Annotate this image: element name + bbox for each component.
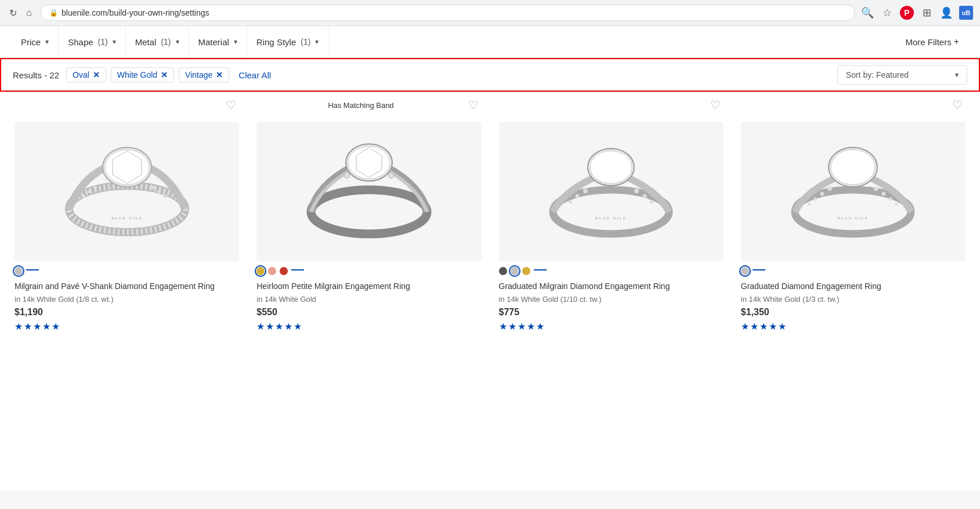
metal-filter-label: Metal <box>135 37 157 47</box>
color-swatches-1 <box>15 267 239 275</box>
clear-all-button[interactable]: Clear All <box>234 68 276 82</box>
svg-point-22 <box>576 194 580 198</box>
refresh-icon[interactable]: ↻ <box>7 7 19 19</box>
svg-point-38 <box>874 186 878 191</box>
swatch-3-yellow[interactable] <box>522 267 530 275</box>
swatch-2-red[interactable] <box>280 267 288 275</box>
star-1-5: ★ <box>52 321 60 332</box>
swatch-4-silver[interactable] <box>741 267 749 275</box>
browser-chrome: ↻ ⌂ 🔒 bluenile.com/build-your-own-ring/s… <box>0 0 980 26</box>
svg-point-36 <box>889 197 892 201</box>
home-icon[interactable]: ⌂ <box>23 7 35 19</box>
product-card-4: BLUE NILE Graduated Diamond Engagement R… <box>732 113 974 341</box>
svg-point-18 <box>348 146 390 179</box>
product-price-3: $775 <box>499 307 724 317</box>
material-filter[interactable]: Material ▾ <box>189 27 247 57</box>
wishlist-button-3[interactable]: ♡ <box>707 97 724 113</box>
product-price-2: $550 <box>256 307 481 317</box>
more-filters-button[interactable]: More Filters + <box>896 26 968 57</box>
svg-point-3 <box>88 190 91 193</box>
product-header-3: ♡ <box>490 97 732 113</box>
sort-chevron: ▾ <box>955 71 959 79</box>
filter-tag-white-gold[interactable]: White Gold ✕ <box>111 67 174 82</box>
ring-style-chevron: ▾ <box>315 38 319 46</box>
star-2-2: ★ <box>266 321 274 332</box>
product-image-1[interactable]: BLUE NILE <box>15 122 239 261</box>
search-icon[interactable]: 🔍 <box>860 6 874 20</box>
star-3-5: ★ <box>536 321 544 332</box>
ublock-icon[interactable]: uB <box>959 6 973 20</box>
ring-svg-1: BLUE NILE <box>52 133 202 250</box>
wishlist-button-2[interactable]: ♡ <box>465 97 482 113</box>
browser-nav-icons: ↻ ⌂ <box>7 7 35 19</box>
shape-count: (1) <box>98 37 108 46</box>
star-1-2: ★ <box>24 321 32 332</box>
ring-style-filter[interactable]: Ring Style (1) ▾ <box>247 27 329 57</box>
more-filters-label: More Filters <box>905 37 951 47</box>
star-2-5: ★ <box>294 321 302 332</box>
star-4-1: ★ <box>741 321 749 332</box>
svg-point-4 <box>93 186 97 189</box>
stars-4: ★ ★ ★ ★ ★ <box>741 321 965 332</box>
ring-svg-3: BLUE NILE <box>536 133 686 250</box>
metal-filter[interactable]: Metal (1) ▾ <box>126 27 189 57</box>
plus-icon: + <box>954 37 959 47</box>
product-metal-4: in 14k White Gold (1/3 ct. tw.) <box>741 295 965 304</box>
ring-style-count: (1) <box>301 37 310 46</box>
price-filter[interactable]: Price ▾ <box>12 27 59 57</box>
active-filters-bar: Results - 22 Oval ✕ White Gold ✕ Vintage… <box>0 58 980 92</box>
address-bar[interactable]: 🔒 bluenile.com/build-your-own-ring/setti… <box>41 5 855 21</box>
product-price-4: $1,350 <box>741 307 965 317</box>
svg-point-5 <box>163 194 167 198</box>
svg-point-28 <box>590 151 632 183</box>
svg-point-23 <box>583 189 588 193</box>
sort-dropdown[interactable]: Sort by: Featured ▾ <box>837 65 967 85</box>
product-card-3: BLUE NILE Graduated Milgrain Diamond Eng… <box>490 113 732 341</box>
product-name-3: Graduated Milgrain Diamond Engagement Ri… <box>499 281 724 293</box>
svg-point-30 <box>795 190 911 234</box>
sort-label: Sort by: Featured <box>846 70 909 80</box>
material-filter-label: Material <box>198 37 229 47</box>
results-count: Results - 22 <box>13 70 59 80</box>
wishlist-button-1[interactable]: ♡ <box>223 97 239 113</box>
stars-1: ★ ★ ★ ★ ★ <box>15 321 239 332</box>
svg-point-13 <box>344 172 350 178</box>
filter-tag-white-gold-remove[interactable]: ✕ <box>161 70 168 80</box>
ring-svg-4: BLUE NILE <box>778 133 928 250</box>
swatch-line-2 <box>291 269 304 270</box>
svg-text:BLUE NILE: BLUE NILE <box>837 216 869 221</box>
swatch-3-silver[interactable] <box>511 267 519 275</box>
filter-tag-oval[interactable]: Oval ✕ <box>66 67 106 82</box>
filter-tag-vintage[interactable]: Vintage ✕ <box>179 67 229 82</box>
svg-text:BLUE NILE: BLUE NILE <box>111 216 143 221</box>
product-image-4[interactable]: BLUE NILE <box>741 122 965 261</box>
svg-point-34 <box>827 186 832 191</box>
wishlist-button-4[interactable]: ♡ <box>949 97 965 113</box>
pinterest-icon[interactable]: P <box>900 6 914 20</box>
swatch-2-rose[interactable] <box>268 267 276 275</box>
stars-3: ★ ★ ★ ★ ★ <box>499 321 724 332</box>
stack-icon[interactable]: ⊞ <box>920 6 934 20</box>
material-chevron: ▾ <box>234 38 237 46</box>
swatch-1-silver[interactable] <box>15 267 23 275</box>
star-icon[interactable]: ☆ <box>880 6 894 20</box>
star-4-5: ★ <box>778 321 786 332</box>
user-icon[interactable]: 👤 <box>939 6 953 20</box>
shape-filter[interactable]: Shape (1) ▾ <box>59 27 126 57</box>
swatch-2-yellow[interactable] <box>256 267 265 275</box>
metal-chevron: ▾ <box>176 38 179 46</box>
product-name-2: Heirloom Petite Milgrain Engagement Ring <box>256 281 481 293</box>
product-card-1: BLUE NILE Milgrain and Pavé V-Shank Diam… <box>6 113 248 341</box>
star-3-4: ★ <box>527 321 535 332</box>
product-image-2[interactable] <box>256 122 481 261</box>
product-card-2: Heirloom Petite Milgrain Engagement Ring… <box>248 113 490 341</box>
product-name-4: Graduated Diamond Engagement Ring <box>741 281 965 293</box>
product-header-1: ♡ <box>6 97 248 113</box>
filter-tag-oval-remove[interactable]: ✕ <box>93 70 100 80</box>
product-image-3[interactable]: BLUE NILE <box>499 122 724 261</box>
ring-svg-2 <box>294 133 444 250</box>
filter-tag-vintage-remove[interactable]: ✕ <box>216 70 223 80</box>
svg-point-25 <box>643 194 647 198</box>
svg-point-31 <box>808 203 811 206</box>
swatch-3-dark[interactable] <box>499 267 507 275</box>
